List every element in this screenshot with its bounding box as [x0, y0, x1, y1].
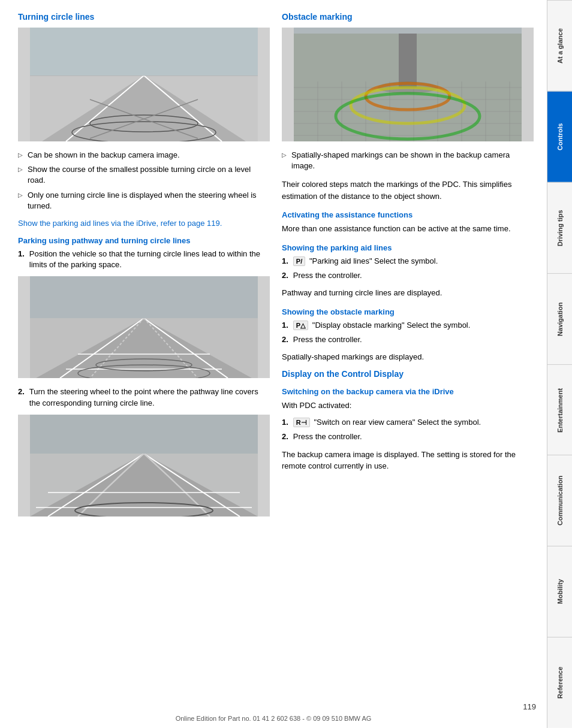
turning-circle-image-2: [18, 276, 270, 378]
left-section1-bullets: Can be shown in the backup camera image.…: [18, 150, 270, 212]
backup-camera-title: Switching on the backup camera via the i…: [282, 387, 534, 396]
bullet-2: Show the course of the smallest possible…: [18, 164, 270, 186]
obstacle-step-1: 1. P△ "Display obstacle marking" Select …: [282, 320, 534, 331]
aid-lines-steps: 1. P/ "Parking aid lines" Select the sym…: [282, 256, 534, 281]
bullet-1: Can be shown in the backup camera image.: [18, 150, 270, 161]
svg-rect-20: [30, 276, 258, 318]
aid-step-1: 1. P/ "Parking aid lines" Select the sym…: [282, 256, 534, 267]
activating-title: Activating the assistance functions: [282, 210, 534, 219]
step-2-item: 2. Turn the steering wheel to the point …: [18, 386, 270, 408]
obstacle-body: Their colored steps match the markings o…: [282, 179, 534, 202]
svg-rect-49: [294, 28, 522, 34]
page-number: 119: [523, 702, 536, 711]
obstacle-result: Spatially-shaped markings are displayed.: [282, 351, 534, 363]
aid-lines-result: Pathway and turning circle lines are dis…: [282, 287, 534, 299]
turning-circle-image-1: [18, 28, 270, 141]
step-1-text: Position the vehicle so that the turning…: [29, 249, 270, 270]
backup-step-1-text: R⊣ "Switch on rear view camera" Select t…: [293, 417, 481, 428]
svg-rect-9: [30, 28, 258, 75]
sidebar-tab-controls[interactable]: Controls: [547, 91, 572, 182]
aid-step-1-text: P/ "Parking aid lines" Select the symbol…: [293, 256, 438, 267]
obstacle-marking-image: [282, 28, 534, 141]
obstacle-step-2-text: Press the controller.: [293, 334, 362, 345]
step-1-num: 1.: [18, 249, 25, 270]
obstacle-bullet-1: Spatially-shaped markings can be shown i…: [282, 150, 534, 171]
pdc-activated-text: With PDC activated:: [282, 400, 534, 412]
step-2-num: 2.: [18, 386, 25, 408]
left-section1-title: Turning circle lines: [18, 12, 270, 22]
sidebar-tab-mobility[interactable]: Mobility: [547, 546, 572, 637]
parking-aid-link[interactable]: Show the parking aid lines via the iDriv…: [18, 219, 270, 228]
backup-step-2: 2. Press the controller.: [282, 431, 534, 442]
step-2-text: Turn the steering wheel to the point whe…: [29, 386, 270, 408]
obstacle-step-1-text: P△ "Display obstacle marking" Select the…: [293, 320, 471, 331]
sidebar-tab-communication[interactable]: Communication: [547, 455, 572, 546]
footer-copyright: Online Edition for Part no. 01 41 2 602 …: [0, 715, 547, 722]
obstacle-step-2: 2. Press the controller.: [282, 334, 534, 345]
rear-camera-icon: R⊣: [293, 418, 310, 427]
parking-steps-list: 1. Position the vehicle so that the turn…: [18, 249, 270, 270]
svg-rect-44: [399, 34, 417, 87]
sidebar-tab-entertainment[interactable]: Entertainment: [547, 364, 572, 455]
right-section1-title: Obstacle marking: [282, 12, 534, 22]
backup-result: The backup camera image is displayed. Th…: [282, 449, 534, 472]
svg-rect-28: [30, 415, 258, 454]
sidebar-tab-reference[interactable]: Reference: [547, 637, 572, 728]
parking-aid-icon: P/: [293, 256, 305, 266]
backup-step-2-text: Press the controller.: [293, 431, 362, 442]
backup-step-1-num: 1.: [282, 417, 288, 428]
backup-step-1: 1. R⊣ "Switch on rear view camera" Selec…: [282, 417, 534, 428]
obstacle-steps: 1. P△ "Display obstacle marking" Select …: [282, 320, 534, 345]
showing-obstacle-title: Showing the obstacle marking: [282, 307, 534, 316]
aid-step-2-text: Press the controller.: [293, 270, 362, 281]
right-section1-bullets: Spatially-shaped markings can be shown i…: [282, 150, 534, 171]
backup-step-2-num: 2.: [282, 431, 288, 442]
aid-step-1-num: 1.: [282, 256, 288, 267]
obstacle-step-1-num: 1.: [282, 320, 288, 331]
bullet-3: Only one turning circle line is displaye…: [18, 190, 270, 212]
sidebar-tab-at-a-glance[interactable]: At a glance: [547, 0, 572, 91]
left-section2-title: Parking using pathway and turning circle…: [18, 236, 270, 245]
obstacle-step-2-num: 2.: [282, 334, 288, 345]
control-display-title: Display on the Control Display: [282, 369, 534, 379]
sidebar: At a glance Controls Driving tips Naviga…: [547, 0, 572, 728]
sidebar-tab-driving-tips[interactable]: Driving tips: [547, 182, 572, 273]
parking-steps-list-2: 2. Turn the steering wheel to the point …: [18, 386, 270, 408]
obstacle-icon: P△: [293, 321, 308, 330]
backup-steps: 1. R⊣ "Switch on rear view camera" Selec…: [282, 417, 534, 442]
aid-step-2: 2. Press the controller.: [282, 270, 534, 281]
aid-step-2-num: 2.: [282, 270, 288, 281]
turning-circle-image-3: [18, 415, 270, 516]
step-1-item: 1. Position the vehicle so that the turn…: [18, 249, 270, 270]
activating-body: More than one assistance function can be…: [282, 223, 534, 235]
sidebar-tab-navigation[interactable]: Navigation: [547, 273, 572, 364]
showing-aid-lines-title: Showing the parking aid lines: [282, 243, 534, 252]
